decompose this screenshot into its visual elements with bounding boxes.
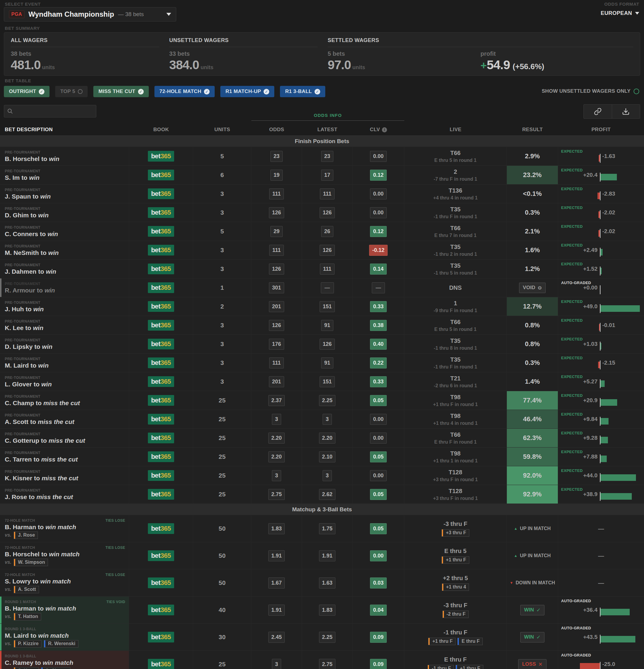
bet365-logo[interactable]: bet365 xyxy=(148,432,174,443)
table-row[interactable]: PRE-TOURNAMENTK. Kisner to miss the cutb… xyxy=(0,466,644,485)
units-cell: 3 xyxy=(193,241,251,259)
table-row[interactable]: PRE-TOURNAMENTC. Champ to miss the cutbe… xyxy=(0,391,644,410)
units-cell: 3 xyxy=(193,372,251,391)
column-header-latest[interactable]: LATEST xyxy=(302,127,353,133)
bet365-logo[interactable]: bet365 xyxy=(148,550,174,561)
bet365-logo[interactable]: bet365 xyxy=(148,226,174,237)
column-header-units[interactable]: UNITS xyxy=(193,127,251,133)
filter-button-outright[interactable]: OUTRIGHT✓ xyxy=(4,86,49,97)
table-row[interactable]: 72-HOLE MATCHTIES LOSEB. Horschel to win… xyxy=(0,542,644,569)
table-row[interactable]: PRE-TOURNAMENTC. Gotterup to miss the cu… xyxy=(0,429,644,447)
bet365-logo[interactable]: bet365 xyxy=(148,489,174,500)
profit-bar xyxy=(598,230,600,237)
profit-amount: +9.84 xyxy=(583,416,598,423)
table-row[interactable]: PRE-TOURNAMENTC. Conners to winbet365529… xyxy=(0,222,644,241)
bet365-logo[interactable]: bet365 xyxy=(148,523,174,534)
filter-button-r1-3-ball[interactable]: R1 3-BALL✓ xyxy=(280,86,325,97)
column-header-profit[interactable]: PROFIT xyxy=(558,127,644,133)
bet365-logo[interactable]: bet365 xyxy=(148,282,174,293)
book-cell: bet365 xyxy=(129,335,193,353)
event-select-dropdown[interactable]: PGA Wyndham Championship — 38 bets xyxy=(4,7,176,22)
bet365-logo[interactable]: bet365 xyxy=(148,264,174,274)
search-input[interactable] xyxy=(15,108,90,114)
bet-tag-line: PRE-TOURNAMENT xyxy=(5,150,126,154)
column-header-clv[interactable]: CLVi xyxy=(353,127,404,133)
book-cell: bet365 xyxy=(129,651,193,669)
bet365-logo[interactable]: bet365 xyxy=(148,451,174,462)
profit-cell: EXPECTED+1.03 xyxy=(558,335,644,353)
download-button[interactable] xyxy=(612,105,640,118)
bet365-logo[interactable]: bet365 xyxy=(148,604,174,615)
live-detail: -1 thru 5 in round 1 xyxy=(434,270,477,276)
odds-format-select[interactable]: EUROPEAN xyxy=(601,10,639,16)
table-row[interactable]: PRE-TOURNAMENTJ. Rose to miss the cutbet… xyxy=(0,485,644,504)
bet365-logo[interactable]: bet365 xyxy=(148,395,174,406)
bet365-logo[interactable]: bet365 xyxy=(148,188,174,199)
live-score-cell: T35-1 thru 5 in round 1 xyxy=(404,260,507,278)
bet-tag-line: ROUND 1 3-BALL xyxy=(5,627,126,631)
column-header-result[interactable]: RESULT xyxy=(507,127,558,133)
table-row[interactable]: PRE-TOURNAMENTD. Ghim to winbet365312612… xyxy=(0,203,644,222)
table-row[interactable]: ROUND 1 3-BALLM. Laird to win matchvs.P.… xyxy=(0,624,644,651)
table-row[interactable]: PRE-TOURNAMENTC. Tarren to miss the cutb… xyxy=(0,447,644,466)
copy-link-button[interactable] xyxy=(584,105,612,118)
table-row[interactable]: PRE-TOURNAMENTL. Glover to winbet3653201… xyxy=(0,372,644,391)
bet-name: C. Tarren to miss the cut xyxy=(5,456,78,463)
table-row[interactable]: PRE-TOURNAMENTB. Horschel to winbet36552… xyxy=(0,147,644,166)
bet365-logo[interactable]: bet365 xyxy=(148,632,174,642)
table-row[interactable]: PRE-TOURNAMENTD. Lipsky to winbet3653176… xyxy=(0,335,644,354)
table-row[interactable]: PRE-TOURNAMENTJ. Dahmen to winbet3653126… xyxy=(0,260,644,279)
bet365-logo[interactable]: bet365 xyxy=(148,376,174,387)
bet365-logo[interactable]: bet365 xyxy=(148,339,174,350)
filter-button-r1-match-up[interactable]: R1 MATCH-UP✓ xyxy=(220,86,274,97)
filter-button-top-5[interactable]: TOP 5 xyxy=(55,86,88,97)
opponent-score: +1 thru F xyxy=(443,557,469,564)
bet365-logo[interactable]: bet365 xyxy=(148,151,174,161)
show-unsettled-toggle[interactable]: SHOW UNSETTLED WAGERS ONLY xyxy=(542,88,639,94)
bet-tag-line: PRE-TOURNAMENT xyxy=(5,488,126,493)
profit-bar xyxy=(600,636,635,642)
units-value: 25 xyxy=(218,397,225,404)
table-row[interactable]: PRE-TOURNAMENTM. NeSmith to winbet365311… xyxy=(0,241,644,260)
live-score-cell: T35-1 thru 2 in round 1 xyxy=(404,241,507,259)
bet-description-cell: PRE-TOURNAMENTC. Tarren to miss the cut xyxy=(0,447,129,466)
bet365-logo[interactable]: bet365 xyxy=(148,207,174,218)
profit-empty: — xyxy=(598,525,604,532)
profit-cell: AUTO-GRADED+43.5 xyxy=(558,624,644,651)
latest-odds-cell: 3 xyxy=(302,410,353,428)
table-row[interactable]: PRE-TOURNAMENTS. Im to winbet365619170.1… xyxy=(0,166,644,185)
filter-button-miss-the-cut[interactable]: MISS THE CUT✓ xyxy=(93,86,149,97)
bet365-logo[interactable]: bet365 xyxy=(148,245,174,256)
column-header-book[interactable]: BOOK xyxy=(129,127,193,133)
column-header-odds[interactable]: ODDS xyxy=(251,127,302,133)
table-row[interactable]: PRE-TOURNAMENTM. Laird to winbet36531119… xyxy=(0,354,644,372)
result-cell: WIN✓ xyxy=(507,597,558,623)
table-row[interactable]: PRE-TOURNAMENTJ. Huh to winbet3652201151… xyxy=(0,297,644,316)
search-box[interactable] xyxy=(4,105,96,117)
table-row[interactable]: PRE-TOURNAMENTA. Scott to miss the cutbe… xyxy=(0,410,644,429)
table-row[interactable]: ROUND 1 MATCHTIES VOIDB. Harman to win m… xyxy=(0,597,644,624)
bet365-logo[interactable]: bet365 xyxy=(148,320,174,331)
bet365-logo[interactable]: bet365 xyxy=(148,578,174,588)
bet365-logo[interactable]: bet365 xyxy=(148,357,174,368)
bet365-logo[interactable]: bet365 xyxy=(148,470,174,481)
units-value: 40 xyxy=(218,607,225,614)
table-row[interactable]: PRE-TOURNAMENTR. Armour to winbet3651301… xyxy=(0,279,644,297)
opponent-score-chip: +1 thru F xyxy=(442,556,469,564)
result-cell: 77.4% xyxy=(507,391,558,410)
column-header-live[interactable]: LIVE xyxy=(404,127,507,133)
table-row[interactable]: 72-HOLE MATCHTIES LOSES. Lowry to win ma… xyxy=(0,569,644,597)
bet365-logo[interactable]: bet365 xyxy=(148,301,174,312)
book-cell: bet365 xyxy=(129,279,193,297)
odds-info-label: ODDS INFO xyxy=(251,113,404,118)
bet365-logo[interactable]: bet365 xyxy=(148,414,174,425)
column-header-bet-description[interactable]: BET DESCRIPTION xyxy=(0,127,129,133)
table-row[interactable]: ROUND 1 3-BALLC. Ramey to win matchvs.S.… xyxy=(0,651,644,669)
table-row[interactable]: 72-HOLE MATCHTIES LOSEB. Harman to win m… xyxy=(0,515,644,542)
table-row[interactable]: PRE-TOURNAMENTJ. Spaun to winbet36531111… xyxy=(0,185,644,203)
table-row[interactable]: PRE-TOURNAMENTK. Lee to winbet3653126910… xyxy=(0,316,644,335)
bet365-logo[interactable]: bet365 xyxy=(148,170,174,180)
odds-cell: 2.20 xyxy=(251,447,302,466)
bet365-logo[interactable]: bet365 xyxy=(148,659,174,669)
filter-button-72-hole-match[interactable]: 72-HOLE MATCH✓ xyxy=(155,86,215,97)
